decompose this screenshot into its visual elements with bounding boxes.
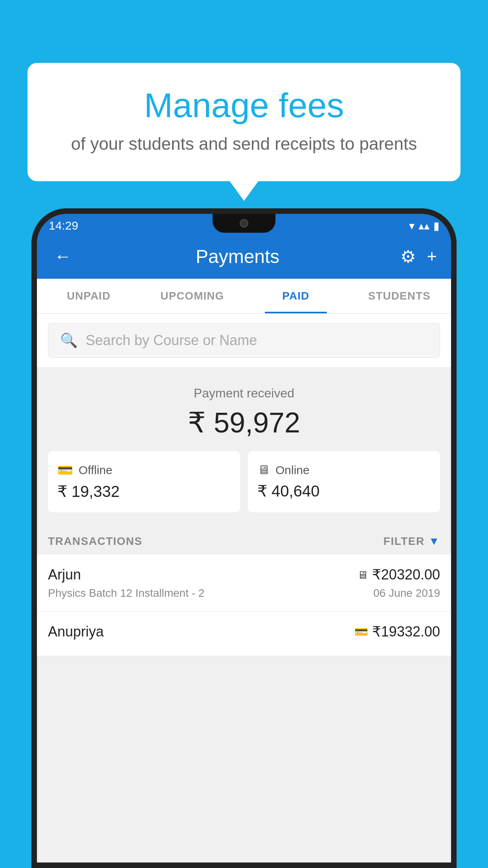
wifi-icon: ▾ [409,219,415,232]
search-bar[interactable]: 🔍 Search by Course or Name [48,323,440,358]
offline-card-header: 💳 Offline [57,463,231,478]
transaction-name-arjun: Arjun [48,566,81,583]
payment-received-block: Payment received ₹ 59,972 💳 Offline ₹ 19… [37,370,451,524]
camera [240,219,248,228]
offline-amount: ₹ 19,332 [57,482,231,500]
payment-type-icon-anupriya: 💳 [354,625,368,638]
date-arjun: 06 June 2019 [373,587,440,600]
table-row[interactable]: Arjun 🖥 ₹20320.00 Physics Batch 12 Insta… [37,555,451,612]
transaction-amount-anupriya: 💳 ₹19332.00 [354,623,440,640]
app-body: 🔍 Search by Course or Name Payment recei… [37,314,451,868]
search-input[interactable]: Search by Course or Name [86,332,257,349]
filter-button[interactable]: FILTER ▼ [383,535,440,548]
amount-arjun: ₹20320.00 [372,566,440,583]
signal-icon: ▴▴ [418,219,429,232]
payment-cards-row: 💳 Offline ₹ 19,332 🖥 Online ₹ 40,640 [48,451,440,512]
phone-frame: 14:29 ▾ ▴▴ ▮ ← Payments ⚙ + UNPAID UPCOM… [31,208,457,868]
online-card: 🖥 Online ₹ 40,640 [248,451,440,512]
transactions-header: TRANSACTIONS FILTER ▼ [37,524,451,555]
transaction-top-anupriya: Anupriya 💳 ₹19332.00 [48,623,440,640]
tabs-bar: UNPAID UPCOMING PAID STUDENTS [37,279,451,314]
tab-unpaid[interactable]: UNPAID [37,279,141,313]
online-icon: 🖥 [257,463,270,477]
payment-received-label: Payment received [48,386,440,401]
transactions-label: TRANSACTIONS [48,535,142,548]
phone-notch [213,214,275,233]
offline-icon: 💳 [57,463,73,478]
topbar-icons: ⚙ + [400,246,437,267]
search-icon: 🔍 [60,332,78,349]
add-button[interactable]: + [427,246,437,266]
online-amount: ₹ 40,640 [257,482,431,500]
tab-students[interactable]: STUDENTS [348,279,451,313]
online-label: Online [275,463,310,477]
app-content: ← Payments ⚙ + UNPAID UPCOMING PAID STUD… [37,214,451,868]
payment-type-icon-arjun: 🖥 [357,568,368,581]
offline-label: Offline [79,463,112,477]
search-container: 🔍 Search by Course or Name [37,314,451,367]
tab-paid[interactable]: PAID [244,279,348,313]
status-time: 14:29 [49,219,78,232]
transaction-top-arjun: Arjun 🖥 ₹20320.00 [48,566,440,583]
battery-icon: ▮ [433,219,439,232]
online-card-header: 🖥 Online [257,463,431,477]
transaction-amount-arjun: 🖥 ₹20320.00 [357,566,440,583]
status-icons: ▾ ▴▴ ▮ [409,219,439,232]
page-title: Payments [75,246,400,267]
filter-label: FILTER [383,535,425,548]
speech-bubble-container: Manage fees of your students and send re… [28,63,460,181]
transaction-bottom-arjun: Physics Batch 12 Installment - 2 06 June… [48,587,440,600]
subtext: of your students and send receipts to pa… [59,134,429,154]
tab-upcoming[interactable]: UPCOMING [141,279,244,313]
speech-bubble: Manage fees of your students and send re… [28,63,460,181]
filter-icon: ▼ [429,535,440,548]
transaction-name-anupriya: Anupriya [48,623,104,640]
settings-button[interactable]: ⚙ [400,246,416,267]
back-button[interactable]: ← [51,243,75,269]
course-arjun: Physics Batch 12 Installment - 2 [48,587,204,600]
offline-card: 💳 Offline ₹ 19,332 [48,451,240,512]
payment-amount-total: ₹ 59,972 [48,406,440,439]
table-row[interactable]: Anupriya 💳 ₹19332.00 [37,612,451,656]
headline: Manage fees [59,86,429,125]
amount-anupriya: ₹19332.00 [372,623,440,640]
